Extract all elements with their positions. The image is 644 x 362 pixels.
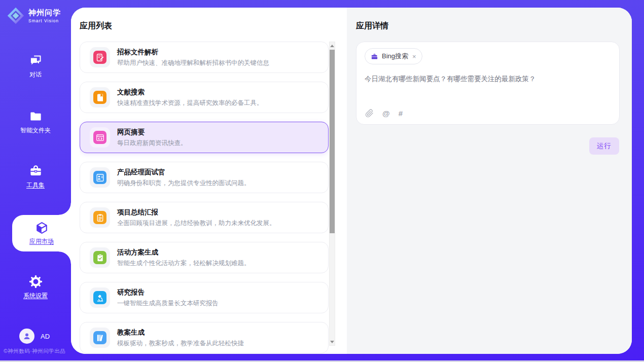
app-card[interactable]: 活动方案生成智能生成个性化活动方案，轻松解决规划难题。 xyxy=(80,242,329,273)
brand-name: 神州问学 xyxy=(28,8,61,18)
chat-icon xyxy=(29,54,43,67)
prompt-card: Bing搜索 × 今日湖北有哪些新闻要点？有哪些需要关注的最新政策？ @ # xyxy=(356,42,620,125)
app-list-title: 应用列表 xyxy=(80,21,112,31)
sidebar-item-label: 智能文件夹 xyxy=(20,126,51,135)
sidebar-item-label: 对话 xyxy=(29,70,42,79)
sidebar-item-label: 应用市场 xyxy=(29,237,54,246)
books-icon xyxy=(93,331,106,344)
paperclip-icon[interactable] xyxy=(365,109,374,118)
app-icon-frame xyxy=(90,87,110,107)
microscope-icon xyxy=(93,291,106,304)
app-detail-panel: 应用详情 Bing搜索 × 今日湖北有哪些新闻要点？有哪些需要关注的最新政策？ … xyxy=(347,8,632,354)
copyright-footer: ©神州数码·神州问学出品 xyxy=(4,348,65,355)
sidebar-item-cube[interactable]: 应用市场 xyxy=(12,215,71,251)
book-icon xyxy=(93,91,106,104)
sidebar: 神州问学 Smart Vision 对话智能文件夹工具集应用市场系统设置 AD … xyxy=(0,0,71,362)
gear-icon xyxy=(29,275,43,288)
app-description: 全面回顾项目进展，总结经验教训，助力未来优化发展。 xyxy=(117,219,276,228)
app-card[interactable]: 招标文件解析帮助用户快速、准确地理解和解析招标书中的关键信息 xyxy=(80,42,329,73)
app-name: 项目总结汇报 xyxy=(117,208,276,217)
sidebar-item-label: 系统设置 xyxy=(23,292,48,300)
clipboard-icon xyxy=(93,211,106,224)
browser-code-icon xyxy=(93,131,106,144)
tool-chip-label: Bing搜索 xyxy=(382,52,408,61)
run-button[interactable]: 运行 xyxy=(589,137,619,155)
brand-logo: 神州问学 Smart Vision xyxy=(7,7,61,25)
tool-chip[interactable]: Bing搜索 × xyxy=(365,48,422,64)
sidebar-item-folder[interactable]: 智能文件夹 xyxy=(0,110,71,135)
app-card[interactable]: 产品经理面试官明确身份和职责，为您提供专业性的面试问题。 xyxy=(80,162,329,193)
doc-edit-icon xyxy=(93,51,106,64)
app-icon-frame xyxy=(90,207,110,228)
app-list-panel: 应用列表 招标文件解析帮助用户快速、准确地理解和解析招标书中的关键信息文献搜索快… xyxy=(71,8,347,354)
user-initials: AD xyxy=(41,333,50,340)
app-card[interactable]: 项目总结汇报全面回顾项目进展，总结经验教训，助力未来优化发展。 xyxy=(80,202,329,233)
user-profile[interactable]: AD xyxy=(19,329,50,344)
app-name: 教案生成 xyxy=(117,328,244,337)
app-icon-frame xyxy=(90,247,110,268)
scrollbar[interactable] xyxy=(329,42,335,346)
scroll-down-icon[interactable] xyxy=(330,338,335,345)
app-description: 智能生成个性化活动方案，轻松解决规划难题。 xyxy=(117,259,251,268)
app-description: 每日政府新闻资讯快查。 xyxy=(117,139,187,148)
chip-close-icon[interactable]: × xyxy=(412,53,416,60)
sidebar-item-chat[interactable]: 对话 xyxy=(0,54,71,79)
app-icon-frame xyxy=(90,127,110,148)
scroll-up-icon[interactable] xyxy=(330,42,335,49)
sidebar-item-gear[interactable]: 系统设置 xyxy=(0,275,71,300)
app-card[interactable]: 网页摘要每日政府新闻资讯快查。 xyxy=(80,122,329,153)
app-name: 招标文件解析 xyxy=(117,48,269,57)
app-icon-frame xyxy=(90,47,110,67)
app-name: 研究报告 xyxy=(117,288,219,297)
clipboard-check-icon xyxy=(93,251,106,264)
app-card[interactable]: 教案生成模板驱动，教案秒成，教学准备从此轻松快捷 xyxy=(80,322,329,353)
main-content: 应用列表 招标文件解析帮助用户快速、准确地理解和解析招标书中的关键信息文献搜索快… xyxy=(71,8,632,354)
diamond-logo-icon xyxy=(7,7,25,25)
app-name: 产品经理面试官 xyxy=(117,168,251,177)
app-name: 网页摘要 xyxy=(117,128,187,137)
app-card[interactable]: 研究报告一键智能生成高质量长文本研究报告 xyxy=(80,282,329,313)
hash-icon[interactable]: # xyxy=(399,109,403,118)
app-icon-frame xyxy=(90,167,110,188)
folder-icon xyxy=(29,110,43,123)
app-name: 文献搜索 xyxy=(117,88,263,97)
app-name: 活动方案生成 xyxy=(117,248,251,257)
toolbox-icon xyxy=(29,164,43,178)
app-description: 快速精准查找学术资源，提高研究效率的必备工具。 xyxy=(117,99,263,107)
app-icon-frame xyxy=(90,287,110,308)
cube-icon xyxy=(35,221,49,235)
brand-subtitle: Smart Vision xyxy=(28,18,61,23)
app-window: 神州问学 Smart Vision 对话智能文件夹工具集应用市场系统设置 AD … xyxy=(0,0,644,362)
app-description: 一键智能生成高质量长文本研究报告 xyxy=(117,299,219,308)
app-detail-title: 应用详情 xyxy=(356,21,388,31)
briefcase-icon xyxy=(371,53,378,60)
sidebar-item-toolbox[interactable]: 工具集 xyxy=(0,164,71,190)
app-description: 帮助用户快速、准确地理解和解析招标书中的关键信息 xyxy=(117,59,269,67)
user-avatar-icon xyxy=(19,329,34,344)
prompt-input[interactable]: 今日湖北有哪些新闻要点？有哪些需要关注的最新政策？ xyxy=(365,74,611,84)
at-sign-icon[interactable]: @ xyxy=(382,109,390,118)
app-description: 明确身份和职责，为您提供专业性的面试问题。 xyxy=(117,179,251,188)
app-description: 模板驱动，教案秒成，教学准备从此轻松快捷 xyxy=(117,339,244,348)
resume-icon xyxy=(93,171,106,184)
sidebar-item-label: 工具集 xyxy=(26,181,45,190)
app-card[interactable]: 文献搜索快速精准查找学术资源，提高研究效率的必备工具。 xyxy=(80,82,329,113)
prompt-toolbar: @ # xyxy=(365,109,403,118)
app-card-list: 招标文件解析帮助用户快速、准确地理解和解析招标书中的关键信息文献搜索快速精准查找… xyxy=(80,42,329,354)
scrollbar-thumb[interactable] xyxy=(330,50,335,233)
app-icon-frame xyxy=(90,328,110,348)
